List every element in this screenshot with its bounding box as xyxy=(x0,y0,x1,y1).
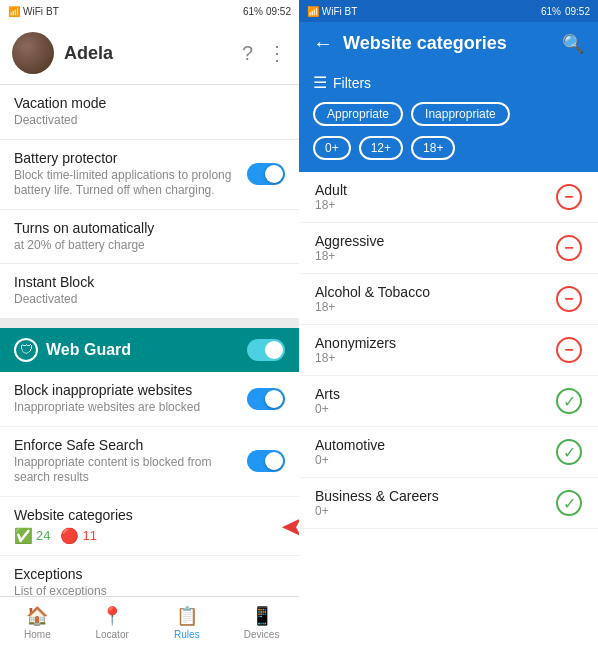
menu-button[interactable]: ⋮ xyxy=(267,41,287,65)
locator-icon: 📍 xyxy=(101,605,123,627)
battery-protector-title: Battery protector xyxy=(14,150,237,166)
age-chip-18[interactable]: 18+ xyxy=(411,136,455,160)
battery-protector-row: Battery protector Block time-limited app… xyxy=(14,150,285,199)
right-header: ← Website categories 🔍 xyxy=(299,22,598,65)
nav-home[interactable]: 🏠 Home xyxy=(0,597,75,648)
category-aggressive-text: Aggressive 18+ xyxy=(315,233,384,263)
turns-on-auto-item[interactable]: Turns on automatically at 20% of battery… xyxy=(0,210,299,264)
minus-icon: 🔴 xyxy=(60,527,79,545)
scroll-content: Vacation mode Deactivated Battery protec… xyxy=(0,85,299,596)
category-business[interactable]: Business & Careers 0+ ✓ xyxy=(299,478,598,529)
safe-search-toggle[interactable] xyxy=(247,450,285,472)
nav-devices[interactable]: 📱 Devices xyxy=(224,597,299,648)
allowed-badge: ✅ 24 xyxy=(14,527,50,545)
allowed-count: 24 xyxy=(36,528,50,543)
website-categories-item[interactable]: Website categories ✅ 24 🔴 11 ➤ xyxy=(0,497,299,556)
bottom-nav: 🏠 Home 📍 Locator 📋 Rules 📱 Devices xyxy=(0,596,299,648)
exceptions-item[interactable]: Exceptions List of exceptions xyxy=(0,556,299,596)
filter-label: Filters xyxy=(333,75,371,91)
category-alcohol-text: Alcohol & Tobacco 18+ xyxy=(315,284,430,314)
left-panel: 📶 WiFi BT 61% 09:52 Adela ? ⋮ Vacation m… xyxy=(0,0,299,648)
right-panel: 📶 WiFi BT 61% 09:52 ← Website categories… xyxy=(299,0,598,648)
instant-block-title: Instant Block xyxy=(14,274,285,290)
category-adult[interactable]: Adult 18+ − xyxy=(299,172,598,223)
category-aggressive-status: − xyxy=(556,235,582,261)
wc-badges: ✅ 24 🔴 11 xyxy=(14,527,285,545)
category-arts-name: Arts xyxy=(315,386,340,402)
age-chip-0[interactable]: 0+ xyxy=(313,136,351,160)
right-time: 09:52 xyxy=(565,6,590,17)
right-battery: 61% xyxy=(541,6,561,17)
exceptions-subtitle: List of exceptions xyxy=(14,584,285,596)
battery-protector-toggle[interactable] xyxy=(247,163,285,185)
category-aggressive-name: Aggressive xyxy=(315,233,384,249)
category-alcohol-age: 18+ xyxy=(315,300,430,314)
instant-block-item[interactable]: Instant Block Deactivated xyxy=(0,264,299,318)
safe-search-title: Enforce Safe Search xyxy=(14,437,237,453)
web-guard-icon: 🛡 xyxy=(14,338,38,362)
category-aggressive[interactable]: Aggressive 18+ − xyxy=(299,223,598,274)
vacation-mode-item[interactable]: Vacation mode Deactivated xyxy=(0,85,299,139)
category-adult-name: Adult xyxy=(315,182,347,198)
turns-on-auto-title: Turns on automatically xyxy=(14,220,285,236)
category-automotive-status: ✓ xyxy=(556,439,582,465)
category-alcohol[interactable]: Alcohol & Tobacco 18+ − xyxy=(299,274,598,325)
help-button[interactable]: ? xyxy=(242,42,253,65)
block-websites-subtitle: Inappropriate websites are blocked xyxy=(14,400,237,416)
devices-icon: 📱 xyxy=(251,605,273,627)
category-aggressive-age: 18+ xyxy=(315,249,384,263)
block-websites-toggle[interactable] xyxy=(247,388,285,410)
turns-on-auto-subtitle: at 20% of battery charge xyxy=(14,238,285,254)
category-anonymizers-status: − xyxy=(556,337,582,363)
battery-protector-item[interactable]: Battery protector Block time-limited app… xyxy=(0,140,299,209)
right-status-bar: 📶 WiFi BT 61% 09:52 xyxy=(299,0,598,22)
nav-home-label: Home xyxy=(24,629,51,640)
chip-appropriate[interactable]: Appropriate xyxy=(313,102,403,126)
nav-rules[interactable]: 📋 Rules xyxy=(150,597,225,648)
right-status-right: 61% 09:52 xyxy=(541,6,590,17)
safe-search-item[interactable]: Enforce Safe Search Inappropriate conten… xyxy=(0,427,299,497)
content-chips-row: Appropriate Inappropriate xyxy=(299,102,598,136)
search-button[interactable]: 🔍 xyxy=(562,33,584,55)
category-adult-text: Adult 18+ xyxy=(315,182,347,212)
safe-search-row: Enforce Safe Search Inappropriate conten… xyxy=(14,437,285,486)
category-business-status: ✓ xyxy=(556,490,582,516)
vacation-mode-subtitle: Deactivated xyxy=(14,113,285,129)
category-adult-status: − xyxy=(556,184,582,210)
arrow-indicator: ➤ xyxy=(281,509,299,542)
category-arts-age: 0+ xyxy=(315,402,340,416)
checkmark-icon: ✅ xyxy=(14,527,33,545)
profile-header: Adela ? ⋮ xyxy=(0,22,299,85)
left-status-bar: 📶 WiFi BT 61% 09:52 xyxy=(0,0,299,22)
profile-name: Adela xyxy=(64,43,232,64)
category-arts-text: Arts 0+ xyxy=(315,386,340,416)
back-button[interactable]: ← xyxy=(313,32,333,55)
web-guard-toggle[interactable] xyxy=(247,339,285,361)
block-websites-item[interactable]: Block inappropriate websites Inappropria… xyxy=(0,372,299,427)
vacation-mode-title: Vacation mode xyxy=(14,95,285,111)
category-automotive-age: 0+ xyxy=(315,453,385,467)
category-business-age: 0+ xyxy=(315,504,439,518)
age-chip-12[interactable]: 12+ xyxy=(359,136,403,160)
right-page-title: Website categories xyxy=(343,33,552,54)
filter-icon: ☰ xyxy=(313,73,327,92)
category-arts[interactable]: Arts 0+ ✓ xyxy=(299,376,598,427)
time-left: 09:52 xyxy=(266,6,291,17)
category-automotive-text: Automotive 0+ xyxy=(315,437,385,467)
chip-inappropriate[interactable]: Inappropriate xyxy=(411,102,510,126)
category-automotive[interactable]: Automotive 0+ ✓ xyxy=(299,427,598,478)
nav-locator[interactable]: 📍 Locator xyxy=(75,597,150,648)
block-websites-title: Block inappropriate websites xyxy=(14,382,237,398)
category-anonymizers-name: Anonymizers xyxy=(315,335,396,351)
block-websites-texts: Block inappropriate websites Inappropria… xyxy=(14,382,247,416)
wifi-icon: WiFi xyxy=(23,6,43,17)
category-anonymizers[interactable]: Anonymizers 18+ − xyxy=(299,325,598,376)
category-business-name: Business & Careers xyxy=(315,488,439,504)
category-anonymizers-age: 18+ xyxy=(315,351,396,365)
avatar xyxy=(12,32,54,74)
instant-block-subtitle: Deactivated xyxy=(14,292,285,308)
block-websites-row: Block inappropriate websites Inappropria… xyxy=(14,382,285,416)
web-guard-title-row: 🛡 Web Guard xyxy=(14,338,131,362)
battery-left: 61% xyxy=(243,6,263,17)
nav-rules-label: Rules xyxy=(174,629,200,640)
